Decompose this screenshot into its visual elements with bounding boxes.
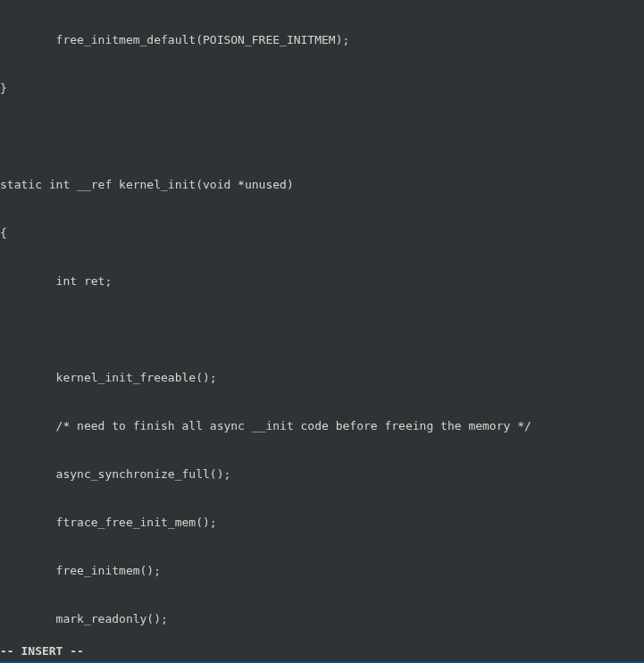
code-line[interactable]: } xyxy=(0,80,644,97)
code-line[interactable]: int ret; xyxy=(0,273,644,290)
code-line[interactable]: /* need to finish all async __init code … xyxy=(0,418,644,434)
code-line[interactable]: mark_readonly(); xyxy=(0,611,644,627)
code-line[interactable]: async_synchronize_full(); xyxy=(0,466,644,483)
code-line[interactable]: free_initmem_default(POISON_FREE_INITMEM… xyxy=(0,32,644,48)
code-line[interactable] xyxy=(0,322,644,338)
code-line[interactable]: kernel_init_freeable(); xyxy=(0,370,644,386)
vim-editor[interactable]: free_initmem_default(POISON_FREE_INITMEM… xyxy=(0,0,644,663)
code-line[interactable] xyxy=(0,129,644,145)
code-line[interactable]: free_initmem(); xyxy=(0,563,644,579)
code-line[interactable]: static int __ref kernel_init(void *unuse… xyxy=(0,177,644,193)
code-area[interactable]: free_initmem_default(POISON_FREE_INITMEM… xyxy=(0,0,644,643)
vim-status-mode: -- INSERT -- xyxy=(0,643,644,659)
code-line[interactable]: { xyxy=(0,225,644,241)
code-line[interactable]: ftrace_free_init_mem(); xyxy=(0,515,644,531)
